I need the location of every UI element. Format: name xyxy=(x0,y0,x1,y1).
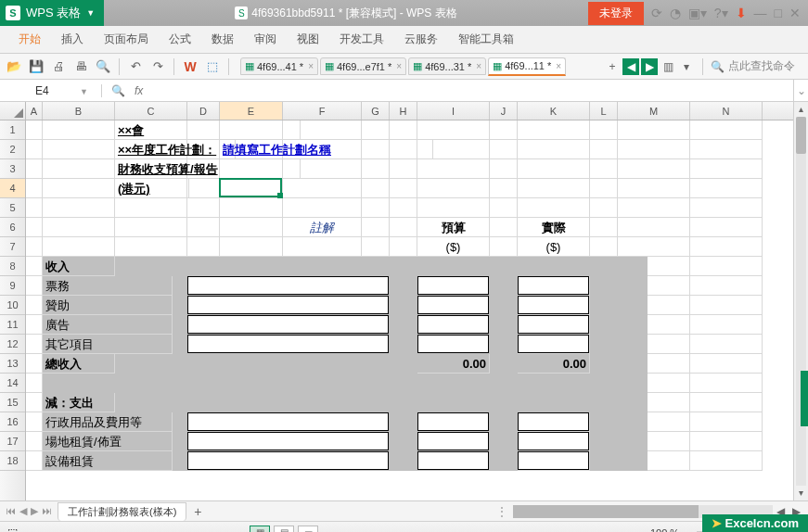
zoom-level[interactable]: 100 % xyxy=(650,527,679,533)
col-header-G[interactable]: G xyxy=(362,102,390,120)
print-icon[interactable]: 🖶 xyxy=(72,58,89,75)
cell-F6[interactable]: 註解 xyxy=(283,218,362,237)
update-icon[interactable]: ⬇ xyxy=(736,6,747,20)
cloud-icon[interactable]: ◔ xyxy=(670,6,681,20)
sheet-next-icon[interactable]: ▶ xyxy=(31,505,38,517)
menu-review[interactable]: 审阅 xyxy=(254,32,276,47)
skin-icon[interactable]: ▣▾ xyxy=(688,6,707,20)
tab-prev-button[interactable]: ◀ xyxy=(622,58,639,75)
row-header-14[interactable]: 14 xyxy=(0,374,25,393)
file-tab-3[interactable]: ▦4f69...11 *× xyxy=(488,57,566,76)
row-header-13[interactable]: 13 xyxy=(0,354,25,374)
row-header-18[interactable]: 18 xyxy=(0,451,25,471)
tab-menu-button[interactable]: ▾ xyxy=(678,58,695,75)
close-icon[interactable]: × xyxy=(308,61,314,71)
col-header-C[interactable]: C xyxy=(115,102,187,120)
menu-formula[interactable]: 公式 xyxy=(169,32,191,47)
menu-cloud[interactable]: 云服务 xyxy=(404,32,438,47)
sheet-first-icon[interactable]: ⏮ xyxy=(6,505,16,517)
cell-K13[interactable]: 0.00 xyxy=(518,354,590,374)
tab-next-button[interactable]: ▶ xyxy=(641,58,658,75)
cell-K6[interactable]: 實際 xyxy=(518,218,590,237)
file-tab-0[interactable]: ▦4f69...41 *× xyxy=(240,57,318,75)
input-box-r11[interactable] xyxy=(518,315,589,334)
row-header-9[interactable]: 9 xyxy=(0,276,25,296)
col-header-E[interactable]: E xyxy=(220,102,283,120)
input-box-r11[interactable] xyxy=(417,315,489,334)
view-page-icon[interactable]: ▤ xyxy=(274,526,294,533)
menu-insert[interactable]: 插入 xyxy=(61,32,83,47)
view-normal-icon[interactable]: ▦ xyxy=(250,526,270,533)
col-header-A[interactable]: A xyxy=(26,102,43,120)
status-mode-icon[interactable]: ⬚ xyxy=(7,526,18,533)
help-icon[interactable]: ?▾ xyxy=(714,6,728,20)
vertical-scrollbar[interactable]: ▴ ▾ xyxy=(793,102,808,500)
preview-icon[interactable]: 🔍 xyxy=(95,58,111,75)
minimize-button[interactable]: — xyxy=(754,6,767,20)
app-menu[interactable]: S WPS 表格 ▼ xyxy=(0,0,104,26)
menu-layout[interactable]: 页面布局 xyxy=(104,32,148,47)
scroll-up-icon[interactable]: ▴ xyxy=(794,102,808,117)
col-header-D[interactable]: D xyxy=(187,102,220,120)
row-header-3[interactable]: 3 xyxy=(0,159,25,179)
open-icon[interactable]: 📂 xyxy=(6,58,22,75)
col-header-N[interactable]: N xyxy=(690,102,763,120)
cell-B10[interactable]: 贊助 xyxy=(43,296,173,315)
scroll-down-icon[interactable]: ▾ xyxy=(794,486,808,500)
input-box-r10[interactable] xyxy=(518,296,589,314)
menu-data[interactable]: 数据 xyxy=(212,32,234,47)
hscroll-thumb[interactable] xyxy=(513,505,699,518)
cell-C1[interactable]: ××會 xyxy=(115,120,301,140)
input-box-r18[interactable] xyxy=(187,451,389,470)
cell-K7[interactable]: ($) xyxy=(518,237,590,257)
input-box-r11[interactable] xyxy=(187,315,389,334)
input-box-r17[interactable] xyxy=(417,432,489,450)
fx-search-icon[interactable]: 🔍 xyxy=(111,84,125,97)
view-break-icon[interactable]: ▭ xyxy=(298,526,318,533)
scroll-thumb[interactable] xyxy=(796,117,806,154)
sheet-last-icon[interactable]: ⏭ xyxy=(42,505,52,517)
menu-view[interactable]: 视图 xyxy=(297,32,319,47)
new-tab-button[interactable]: + xyxy=(604,58,621,75)
select-all-corner[interactable] xyxy=(0,102,26,120)
row-header-8[interactable]: 8 xyxy=(0,257,25,276)
input-box-r17[interactable] xyxy=(187,432,389,450)
input-box-r18[interactable] xyxy=(417,451,489,470)
expand-formula-bar[interactable]: ⌄ xyxy=(793,80,808,101)
col-header-J[interactable]: J xyxy=(490,102,518,120)
input-box-r9[interactable] xyxy=(417,276,489,295)
input-box-r18[interactable] xyxy=(518,451,589,470)
col-header-B[interactable]: B xyxy=(43,102,115,120)
input-box-r16[interactable] xyxy=(417,412,489,431)
input-box-r10[interactable] xyxy=(417,296,489,314)
side-pane-handle[interactable] xyxy=(801,371,808,426)
input-box-r9[interactable] xyxy=(187,276,389,295)
row-header-12[interactable]: 12 xyxy=(0,335,25,354)
find-command[interactable]: 🔍 点此查找命令 xyxy=(711,58,802,74)
cell-B9[interactable]: 票務 xyxy=(43,276,173,296)
file-tab-2[interactable]: ▦4f69...31 *× xyxy=(408,57,486,75)
col-header-I[interactable]: I xyxy=(417,102,490,120)
maximize-button[interactable]: □ xyxy=(775,6,782,20)
cells-area[interactable]: ××會××年度工作計劃：請填寫工作計劃名稱財務收支預算/報告(港元)註解預算實際… xyxy=(26,120,777,500)
close-button[interactable]: ✕ xyxy=(789,6,801,20)
sync-icon[interactable]: ⟳ xyxy=(651,6,662,20)
row-header-1[interactable]: 1 xyxy=(0,120,25,140)
input-box-r17[interactable] xyxy=(518,432,589,450)
col-header-M[interactable]: M xyxy=(618,102,690,120)
tab-list-button[interactable]: ▥ xyxy=(660,58,676,75)
cell-I7[interactable]: ($) xyxy=(417,237,490,257)
row-header-4[interactable]: 4 xyxy=(0,179,25,198)
cell-I13[interactable]: 0.00 xyxy=(417,354,490,374)
row-header-7[interactable]: 7 xyxy=(0,237,25,257)
cube-icon[interactable]: ⬚ xyxy=(204,58,221,75)
input-box-r12[interactable] xyxy=(187,335,389,353)
row-header-5[interactable]: 5 xyxy=(0,198,25,218)
row-header-11[interactable]: 11 xyxy=(0,315,25,335)
sheet-prev-icon[interactable]: ◀ xyxy=(19,505,27,517)
zoom-out-button[interactable]: − xyxy=(685,527,690,533)
close-icon[interactable]: × xyxy=(556,61,561,71)
cell-B18[interactable]: 設備租賃 xyxy=(43,451,173,471)
undo-icon[interactable]: ↶ xyxy=(127,58,144,75)
cell-B12[interactable]: 其它項目 xyxy=(43,335,173,354)
